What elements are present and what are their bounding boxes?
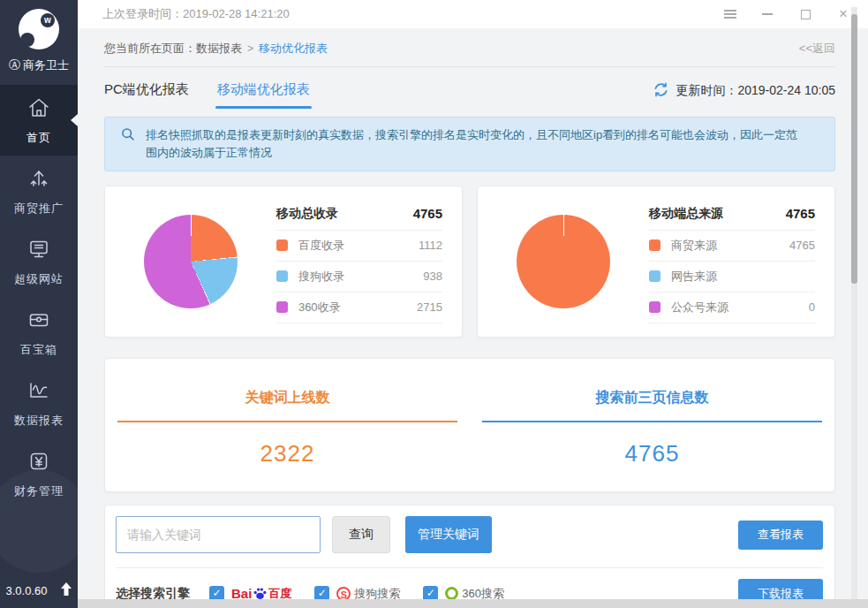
card-title: 移动端总来源 <box>649 206 723 222</box>
app-window: w Ⓐ商务卫士 首页 商贸推广 <box>0 0 868 608</box>
card-total: 4765 <box>786 206 815 221</box>
window-bottom-edge <box>78 599 868 608</box>
legend-row: 商贸来源 4765 <box>649 231 815 262</box>
close-icon[interactable]: × <box>836 7 850 21</box>
breadcrumb: 您当前所在页面： 数据报表 > 移动优化报表 <<返回 <box>104 28 835 67</box>
keyword-action-card: 查询 管理关键词 查看报表 选择搜索引擎 ✓ Bai 百度 <box>104 505 835 608</box>
toolbox-icon <box>26 308 51 336</box>
notice-text: 排名快照抓取的是报表更新时刻的真实数据，搜索引擎的排名是实时变化的，且不同地区i… <box>146 128 797 159</box>
mobile-source-card: 移动端总来源 4765 商贸来源 4765 网告来源 <box>477 186 835 338</box>
legend-swatch <box>276 301 288 313</box>
stat-keywords-online: 关键词上线数 2322 <box>105 389 470 491</box>
legend-swatch <box>649 270 660 282</box>
keyword-stats-card: 关键词上线数 2322 搜索前三页信息数 4765 <box>104 358 835 492</box>
mobile-index-legend: 移动总收录 4765 百度收录 1112 搜狗收录 938 <box>276 201 462 323</box>
website-icon <box>26 237 51 265</box>
refresh-icon[interactable] <box>653 82 668 100</box>
minimize-icon[interactable] <box>760 7 774 21</box>
scrollbar-thumb[interactable] <box>851 14 857 284</box>
back-link[interactable]: <<返回 <box>799 41 835 57</box>
card-total: 4765 <box>413 206 442 221</box>
brand-badge-icon: Ⓐ <box>9 58 20 72</box>
maximize-icon[interactable] <box>798 7 812 21</box>
logo-letter: w <box>41 13 55 27</box>
sidebar-item-home[interactable]: 首页 <box>0 85 78 156</box>
stat-divider <box>482 421 821 422</box>
manage-keywords-button[interactable]: 管理关键词 <box>405 516 492 553</box>
sidebar-item-promotion[interactable]: 商贸推广 <box>0 156 78 226</box>
version-label: 3.0.0.60 <box>6 584 48 597</box>
legend-swatch <box>649 239 660 251</box>
legend-swatch <box>276 239 288 251</box>
sidebar-item-reports[interactable]: 数据报表 <box>0 368 78 438</box>
legend-row: 公众号来源 0 <box>649 293 815 323</box>
menu-icon[interactable] <box>724 7 736 21</box>
brand-block: w Ⓐ商务卫士 <box>0 0 78 85</box>
legend-swatch <box>649 301 660 313</box>
legend-row: 360收录 2715 <box>276 293 442 323</box>
vertical-scrollbar[interactable] <box>851 7 857 608</box>
tab-pc-report[interactable]: PC端优化报表 <box>104 81 189 109</box>
mobile-source-pie-chart <box>517 215 610 308</box>
search-icon <box>121 127 135 147</box>
brand-name: Ⓐ商务卫士 <box>9 57 69 73</box>
breadcrumb-current[interactable]: 移动优化报表 <box>259 41 328 57</box>
legend-row: 百度收录 1112 <box>276 231 442 262</box>
logo-swirl <box>20 33 34 47</box>
sidebar-item-toolbox[interactable]: 百宝箱 <box>0 297 78 368</box>
upgrade-arrow-icon[interactable] <box>60 582 72 599</box>
last-login-time: 上次登录时间：2019-02-28 14:21:20 <box>102 6 290 22</box>
stat-top3-pages: 搜索前三页信息数 4765 <box>470 389 834 491</box>
title-bar: 上次登录时间：2019-02-28 14:21:20 × <box>78 0 868 28</box>
stat-divider <box>117 421 457 422</box>
breadcrumb-section[interactable]: 数据报表 <box>196 41 242 57</box>
active-notch <box>71 114 78 126</box>
keyword-input[interactable] <box>116 516 321 553</box>
card-title: 移动总收录 <box>276 206 338 222</box>
mobile-index-card: 移动总收录 4765 百度收录 1112 搜狗收录 938 <box>104 186 463 338</box>
view-report-button[interactable]: 查看报表 <box>738 521 823 550</box>
content-area: 您当前所在页面： 数据报表 > 移动优化报表 <<返回 PC端优化报表 移动端优… <box>78 28 868 608</box>
tab-mobile-report[interactable]: 移动端优化报表 <box>217 81 310 109</box>
report-icon <box>26 378 51 407</box>
mobile-source-legend: 移动端总来源 4765 商贸来源 4765 网告来源 <box>649 201 834 323</box>
main-panel: 上次登录时间：2019-02-28 14:21:20 × 您当前所在页面： 数据… <box>78 0 868 608</box>
legend-swatch <box>276 270 288 282</box>
mobile-index-pie-chart <box>144 215 238 308</box>
sidebar-item-website[interactable]: 超级网站 <box>0 226 78 297</box>
breadcrumb-separator: > <box>247 42 253 55</box>
legend-row: 网告来源 <box>649 262 815 293</box>
update-time: 更新时间：2019-02-24 10:05 <box>676 83 835 99</box>
sidebar: w Ⓐ商务卫士 首页 商贸推广 <box>0 0 78 608</box>
sidebar-menu: 首页 商贸推广 超级网站 百宝箱 <box>0 85 78 509</box>
query-button[interactable]: 查询 <box>332 516 390 553</box>
legend-row: 搜狗收录 938 <box>276 262 442 293</box>
notice-banner: 排名快照抓取的是报表更新时刻的真实数据，搜索引擎的排名是实时变化的，且不同地区i… <box>104 117 835 171</box>
app-logo: w <box>19 9 59 49</box>
360-logo-icon <box>445 587 458 600</box>
promote-icon <box>26 166 51 194</box>
home-icon <box>26 95 51 124</box>
report-tabs: PC端优化报表 移动端优化报表 更新时间：2019-02-24 10:05 <box>104 67 835 108</box>
breadcrumb-prefix: 您当前所在页面： <box>104 41 196 57</box>
